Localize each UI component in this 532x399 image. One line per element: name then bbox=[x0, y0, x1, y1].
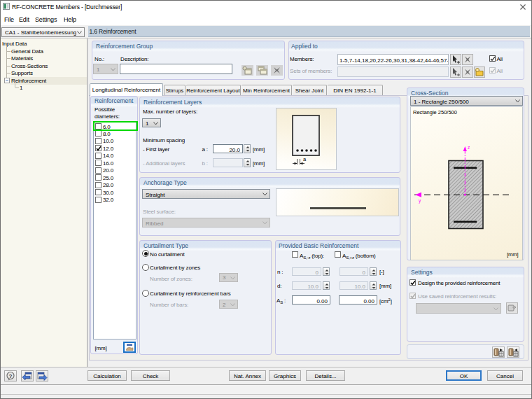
svg-text:a: a bbox=[303, 156, 307, 162]
svg-text:z: z bbox=[468, 145, 470, 150]
svg-text:[mm]: [mm] bbox=[507, 251, 519, 258]
svg-text:?: ? bbox=[9, 373, 13, 379]
svg-text:y: y bbox=[419, 198, 421, 204]
svg-text:Rectangle 250/500: Rectangle 250/500 bbox=[413, 109, 457, 115]
